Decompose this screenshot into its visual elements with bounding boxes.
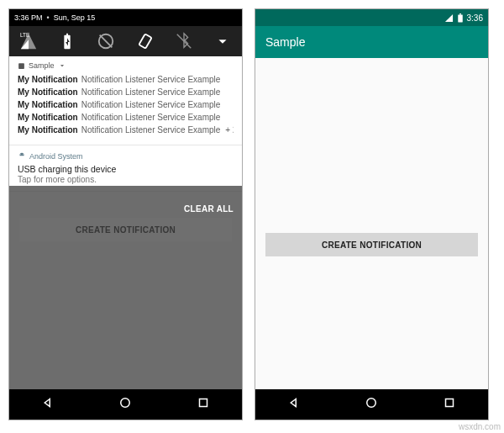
system-notification-subtitle: Tap for more options. <box>18 175 234 184</box>
navigation-bar <box>9 389 242 420</box>
notification-row[interactable]: My Notification Notification Listener Se… <box>18 111 234 124</box>
svg-point-6 <box>121 399 130 408</box>
quick-settings-row: LTE <box>9 26 242 56</box>
battery-icon <box>457 13 464 23</box>
home-button[interactable] <box>364 395 379 414</box>
notification-app-name: Sample <box>29 61 55 70</box>
recents-button[interactable] <box>442 395 457 414</box>
status-time: 3:36 <box>467 13 483 23</box>
notification-title: My Notification <box>18 87 78 97</box>
notification-body: Notification Listener Service Example <box>81 113 221 122</box>
battery-charging-icon[interactable] <box>58 32 76 50</box>
phone-left-shade: 3:36 PM • Sun, Sep 15 LTE Sample My <box>8 8 243 420</box>
home-button[interactable] <box>118 395 133 414</box>
notification-scrim[interactable] <box>9 186 242 389</box>
svg-rect-7 <box>199 399 207 407</box>
create-notification-button[interactable]: CREATE NOTIFICATION <box>265 233 478 256</box>
status-separator: • <box>47 13 50 22</box>
app-bar: Sample <box>255 26 488 58</box>
recents-button[interactable] <box>196 395 211 414</box>
svg-rect-8 <box>458 14 463 22</box>
data-saver-icon[interactable] <box>97 32 115 50</box>
status-bar: 3:36 <box>255 9 488 26</box>
svg-rect-2 <box>139 34 151 48</box>
svg-rect-11 <box>445 399 453 407</box>
app-content: CREATE NOTIFICATION <box>255 58 488 389</box>
lte-signal-icon[interactable]: LTE <box>19 32 38 50</box>
notification-overflow-count: + 2 <box>220 125 234 135</box>
auto-rotate-icon[interactable] <box>136 32 155 50</box>
back-button[interactable] <box>286 395 302 414</box>
status-bar: 3:36 PM • Sun, Sep 15 <box>9 9 242 26</box>
notification-row[interactable]: My Notification Notification Listener Se… <box>18 98 234 111</box>
notification-body: Notification Listener Service Example <box>81 75 221 84</box>
signal-icon <box>444 13 454 23</box>
svg-point-5 <box>23 154 24 155</box>
notification-title: My Notification <box>18 113 78 122</box>
system-notification[interactable]: Android System USB charging this device … <box>9 145 242 192</box>
notification-title: My Notification <box>18 100 78 109</box>
notification-body: Notification Listener Service Example <box>81 87 221 97</box>
notification-group-header[interactable]: Sample <box>18 61 234 70</box>
expand-quick-settings-icon[interactable] <box>213 32 232 50</box>
svg-point-10 <box>367 399 376 408</box>
notification-title: My Notification <box>18 125 78 135</box>
system-notification-header: Android System <box>18 152 234 161</box>
svg-rect-3 <box>18 63 24 69</box>
create-notification-button[interactable]: CREATE NOTIFICATION <box>19 218 232 241</box>
status-date: Sun, Sep 15 <box>54 13 96 22</box>
clear-all-button[interactable]: CLEAR ALL <box>184 204 234 214</box>
navigation-bar <box>255 389 488 420</box>
system-notification-label: Android System <box>29 152 83 161</box>
notification-row[interactable]: My Notification Notification Listener Se… <box>18 124 234 136</box>
chevron-down-icon[interactable] <box>58 61 66 70</box>
phone-right-app: 3:36 Sample CREATE NOTIFICATION <box>255 8 489 420</box>
android-icon <box>18 152 26 161</box>
notification-body: Notification Listener Service Example <box>81 125 221 135</box>
notification-body: Notification Listener Service Example <box>81 100 221 109</box>
bluetooth-off-icon[interactable] <box>175 32 193 50</box>
status-time: 3:36 PM <box>14 13 43 22</box>
svg-rect-9 <box>459 13 461 14</box>
watermark: wsxdn.com <box>459 422 501 431</box>
svg-point-4 <box>20 154 21 155</box>
notification-group[interactable]: Sample My Notification Notification List… <box>9 56 242 145</box>
app-bar-title: Sample <box>265 35 305 49</box>
system-notification-title: USB charging this device <box>18 164 234 174</box>
notification-row[interactable]: My Notification Notification Listener Se… <box>18 73 234 86</box>
app-icon <box>18 62 25 70</box>
notification-row[interactable]: My Notification Notification Listener Se… <box>18 86 234 98</box>
svg-text:LTE: LTE <box>20 32 29 38</box>
notification-title: My Notification <box>18 75 78 84</box>
back-button[interactable] <box>40 395 55 414</box>
